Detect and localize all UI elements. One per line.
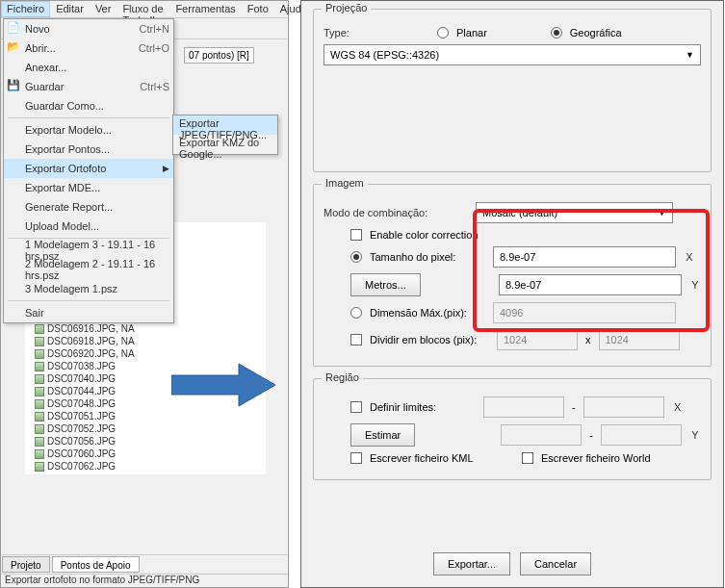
tamanho-pixel-label: Tamanho do pixel: <box>370 251 485 263</box>
menu-recent-2[interactable]: 2 Modelagem 2 - 19.11 - 16 hrs.psz <box>4 260 173 279</box>
exportar-button[interactable]: Exportar... <box>433 552 510 575</box>
modo-combo[interactable]: Mosaic (default) ▼ <box>476 202 673 223</box>
menu-recent-3[interactable]: 3 Modelagem 1.psz <box>4 279 173 298</box>
chevron-down-icon: ▼ <box>686 50 694 60</box>
image-icon <box>35 449 44 459</box>
menu-ferramentas[interactable]: Ferramentas <box>169 1 241 17</box>
pixel-x-input[interactable]: 8.9e-07 <box>493 246 676 268</box>
file-name: DSC07052.JPG <box>47 422 116 435</box>
tab-pontos[interactable]: Pontos de Apoio <box>52 556 140 573</box>
submenu-jpeg[interactable]: Exportar JPEG/TIFF/PNG... <box>173 115 277 135</box>
modo-value: Mosaic (default) <box>482 207 557 218</box>
menu-guardar[interactable]: 💾GuardarCtrl+S <box>4 77 173 96</box>
pixel-y-input[interactable]: 8.9e-07 <box>499 274 682 295</box>
definir-label: Definir limites: <box>370 401 476 413</box>
x-suffix: X <box>684 251 695 263</box>
cancelar-button[interactable]: Cancelar <box>520 552 591 575</box>
dash: - <box>572 401 576 413</box>
file-name: DSC07064.JPG <box>47 473 116 474</box>
menu-exp-pontos[interactable]: Exportar Pontos... <box>4 140 173 159</box>
menu-ficheiro[interactable]: Ficheiro <box>1 1 50 17</box>
menu-sair[interactable]: Sair <box>4 303 173 322</box>
estimar-button[interactable]: Estimar <box>350 423 415 447</box>
menu-anexar[interactable]: Anexar... <box>4 58 173 77</box>
dim-max-label: Dimensão Máx.(pix): <box>370 307 485 319</box>
image-icon <box>35 374 44 384</box>
menu-fluxo[interactable]: Fluxo de Trabalho <box>117 1 169 17</box>
bottom-tabs: Projeto Pontos de Apoio <box>1 554 288 574</box>
image-icon <box>35 437 44 447</box>
menu-ver[interactable]: Ver <box>90 1 117 17</box>
list-item[interactable]: DSC06918.JPG, NA <box>25 335 266 347</box>
arrow-icon <box>171 361 277 409</box>
menu-exp-mde[interactable]: Exportar MDE... <box>4 178 173 197</box>
metros-button[interactable]: Metros... <box>350 273 421 296</box>
group-label: Região <box>322 371 363 383</box>
list-item[interactable]: DSC07052.JPG <box>25 422 266 435</box>
y-suffix: Y <box>689 279 701 291</box>
file-name: DSC07062.JPG <box>47 460 116 473</box>
file-name: DSC07060.JPG <box>47 447 116 460</box>
menu-foto[interactable]: Foto <box>242 1 274 17</box>
group-regiao: Região Definir limites: - X Estimar - Y … <box>313 378 712 480</box>
checkbox-world[interactable] <box>522 452 533 464</box>
statusbar: Exportar ortofoto no formato JPEG/TIFF/P… <box>1 574 288 587</box>
image-icon <box>35 424 44 434</box>
type-label: Type: <box>324 27 429 38</box>
app-window: Ficheiro Editar Ver Fluxo de Trabalho Fe… <box>0 0 289 588</box>
regiao-y1-input <box>501 424 582 446</box>
file-menu-dropdown: 📄NovoCtrl+N 📂Abrir...Ctrl+O Anexar... 💾G… <box>3 18 174 323</box>
tab-projeto[interactable]: Projeto <box>2 556 50 573</box>
menu-exp-ortofoto[interactable]: Exportar Ortofoto▶ <box>4 159 173 178</box>
menu-exp-modelo[interactable]: Exportar Modelo... <box>4 120 173 140</box>
y-suffix: Y <box>689 429 701 441</box>
dividir-label: Dividir em blocos (pix): <box>370 334 489 345</box>
list-item[interactable]: DSC07051.JPG <box>25 410 266 422</box>
checkbox-kml[interactable] <box>350 452 362 464</box>
image-icon <box>35 412 44 422</box>
image-icon <box>35 349 44 359</box>
dim-max-input: 4096 <box>493 302 676 323</box>
list-item[interactable]: DSC07056.JPG <box>25 435 266 447</box>
file-name: DSC06916.JPG, NA <box>47 322 135 335</box>
menu-abrir[interactable]: 📂Abrir...Ctrl+O <box>4 38 173 58</box>
checkbox-dividir[interactable] <box>350 334 362 345</box>
file-name: DSC07044.JPG <box>47 385 116 397</box>
list-item[interactable]: DSC07062.JPG <box>25 460 266 473</box>
image-icon <box>35 387 44 396</box>
x-suffix: X <box>672 401 684 413</box>
menu-gen-report[interactable]: Generate Report... <box>4 197 173 217</box>
image-icon <box>35 474 44 475</box>
dash: - <box>589 429 593 441</box>
group-projecao: Projeção Type: Planar Geográfica WGS 84 … <box>313 9 712 172</box>
block-y-input: 1024 <box>599 329 680 350</box>
list-item[interactable]: DSC07064.JPG <box>25 473 266 474</box>
menubar: Ficheiro Editar Ver Fluxo de Trabalho Fe… <box>1 1 288 18</box>
menu-upload-model[interactable]: Upload Model... <box>4 217 173 236</box>
list-item[interactable]: DSC07060.JPG <box>25 447 266 460</box>
regiao-x1-input <box>483 396 564 418</box>
export-dialog: Projeção Type: Planar Geográfica WGS 84 … <box>300 0 724 588</box>
radio-tamanho-pixel[interactable] <box>350 251 362 263</box>
group-label: Projeção <box>322 2 371 13</box>
file-name: DSC07048.JPG <box>47 397 116 410</box>
radio-dim-max[interactable] <box>350 307 362 319</box>
file-name: DSC07040.JPG <box>47 372 116 385</box>
list-item[interactable]: DSC06916.JPG, NA <box>25 322 266 335</box>
checkbox-definir[interactable] <box>350 401 362 413</box>
group-label: Imagem <box>322 177 368 189</box>
planar-label: Planar <box>456 27 487 38</box>
radio-geografica[interactable] <box>551 27 562 38</box>
menu-recent-1[interactable]: 1 Modelagem 3 - 19.11 - 16 hrs.psz <box>4 241 173 260</box>
group-imagem: Imagem Modo de combinação: Mosaic (defau… <box>313 184 712 367</box>
crs-combo[interactable]: WGS 84 (EPSG::4326) ▼ <box>324 44 701 65</box>
image-icon <box>35 399 44 409</box>
color-correction-label: Enable color correction <box>370 229 479 241</box>
menu-editar[interactable]: Editar <box>50 1 90 17</box>
menu-guardar-como[interactable]: Guardar Como... <box>4 96 173 115</box>
world-label: Escrever ficheiro World <box>541 452 651 464</box>
list-item[interactable]: DSC06920.JPG, NA <box>25 347 266 360</box>
radio-planar[interactable] <box>437 27 449 38</box>
checkbox-color-correction[interactable] <box>350 229 362 241</box>
menu-novo[interactable]: 📄NovoCtrl+N <box>4 19 173 38</box>
